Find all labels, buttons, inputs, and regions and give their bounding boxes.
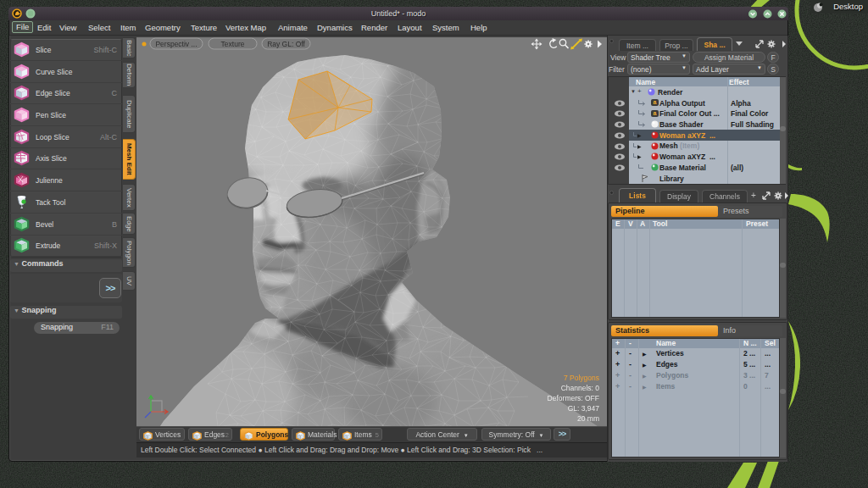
svg-text:GL: 3,947: GL: 3,947 — [568, 404, 600, 413]
svg-text:Channels: 0: Channels: 0 — [561, 384, 600, 392]
svg-text:7 Polygons: 7 Polygons — [564, 374, 599, 382]
svg-text:20 mm: 20 mm — [577, 414, 599, 423]
svg-text:Ray GL: Off: Ray GL: Off — [267, 40, 305, 48]
svg-text:Perspectiv ...: Perspectiv ... — [155, 40, 197, 48]
svg-text:Deformers: OFF: Deformers: OFF — [548, 394, 599, 402]
svg-text:Texture: Texture — [221, 40, 245, 48]
